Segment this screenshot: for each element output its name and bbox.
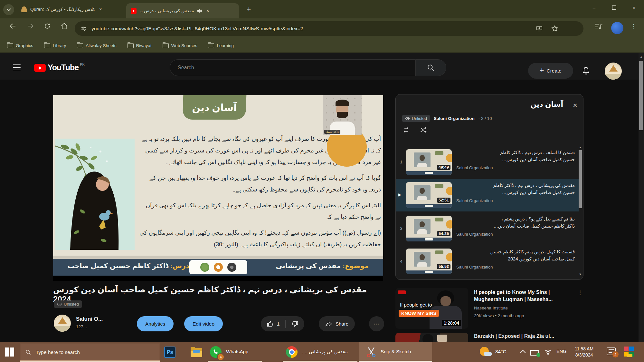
browser-menu-icon[interactable]: ⋮	[630, 23, 637, 30]
playlist-close-icon[interactable]: ×	[573, 102, 577, 109]
playlist-title[interactable]: آسان دین	[530, 100, 563, 109]
youtube-play-icon	[34, 64, 46, 72]
lecture-slide: آسان دین ڈاکٹر کمیل	[53, 95, 383, 276]
scrollbar-thumb[interactable]	[639, 61, 643, 130]
bookmark-star-icon[interactable]	[551, 25, 558, 32]
presenter-webcam: ڈاکٹر کمیل	[323, 95, 362, 135]
playlist-scrollbar[interactable]: ▲ ▼	[578, 145, 582, 276]
site-settings-icon[interactable]	[80, 25, 87, 32]
minimize-button[interactable]: –	[584, 5, 604, 10]
tab-close-icon[interactable]: ×	[99, 7, 102, 12]
home-icon[interactable]	[61, 23, 68, 30]
install-app-icon[interactable]	[536, 25, 543, 32]
maximize-button[interactable]	[604, 5, 624, 10]
forward-icon[interactable]	[26, 23, 34, 30]
thumbnail-logo	[398, 290, 406, 294]
page-scrollbar[interactable]: ▲	[639, 53, 644, 342]
browser-tab-quran[interactable]: Quran: کلاس ریکارڈنگ - کورس ک ×	[17, 0, 124, 18]
channel-name[interactable]: Saluni O...	[76, 316, 103, 322]
colorful-app-tag	[627, 354, 632, 357]
playlist-item-active[interactable]: ▶ 52:51 مقدس کی پریشانی ، درس نہم ، ڈاکٹ…	[396, 179, 579, 211]
bookmarks-bar: Graphics Library Aliwalay Sheets Riwayat…	[0, 38, 644, 53]
item-title: قسمت کا کھیل، درس ہفتم ڈاکٹر کاظم حسینکم…	[456, 249, 575, 262]
bookmark-web-sources[interactable]: Web Sources	[163, 43, 197, 48]
search-button[interactable]	[415, 59, 446, 76]
close-window-button[interactable]: ×	[624, 5, 644, 10]
browser-tab-youtube[interactable]: مقدس کی پریشانی ، درس نہ ×	[126, 3, 239, 18]
playlist-item[interactable]: 4 55:53 قسمت کا کھیل، درس ہفتم ڈاکٹر کاظ…	[396, 245, 579, 278]
language-indicator[interactable]: ENG	[556, 349, 566, 354]
guide-menu-icon[interactable]	[13, 64, 21, 70]
edit-video-button[interactable]: Edit video	[184, 316, 223, 331]
org-logo-green	[200, 263, 209, 272]
scroll-up-icon[interactable]: ▲	[639, 55, 644, 58]
bookmark-library[interactable]: Library	[44, 43, 66, 48]
share-button[interactable]: Share	[319, 316, 355, 331]
bookmark-riwayat[interactable]: Riwayat	[128, 43, 152, 48]
scroll-down-icon[interactable]: ▼	[578, 273, 582, 276]
taskbar-clock[interactable]: 11:58 AM 8/3/2024	[569, 346, 599, 358]
duration-badge: 49:49	[437, 165, 450, 170]
like-button[interactable]: 1	[261, 320, 285, 328]
bookmark-graphics[interactable]: Graphics	[7, 43, 33, 48]
scrollbar-thumb[interactable]	[579, 150, 582, 208]
playlist-item[interactable]: 3 54:25 بیٹا تم کیسے بدل گئے ہو؟ ، درس ہ…	[396, 212, 579, 245]
video-title: مقدس کی پریشانی ، درس نہم ، ڈاکٹر کاظم ح…	[53, 285, 383, 304]
whatsapp-label[interactable]: WhatsApp	[226, 349, 248, 354]
playlist-meta: Unlisted Saluni Organization - 2 / 10	[402, 115, 492, 122]
url-text[interactable]: youtube.com/watch?v=g0EupCw3Jzs&list=PL-…	[91, 26, 536, 32]
media-controls-icon[interactable]	[594, 23, 603, 30]
playlist-position: - 2 / 10	[478, 116, 492, 121]
tab-title: Quran: کلاس ریکارڈنگ - کورس ک	[30, 7, 95, 12]
audio-playing-icon[interactable]	[197, 9, 202, 13]
snip-sketch-button[interactable]: Snip & Sketch	[359, 342, 432, 362]
link-icon	[405, 117, 410, 120]
playlist-owner[interactable]: Saluni Organization	[434, 116, 475, 121]
back-icon[interactable]	[9, 23, 17, 30]
tab-search-button[interactable]	[3, 4, 14, 15]
taskbar-search-input[interactable]: Type here to search	[20, 344, 160, 361]
url-bar[interactable]: youtube.com/watch?v=g0EupCw3Jzs&list=PL-…	[75, 21, 583, 36]
item-index: 1	[398, 160, 405, 164]
photoshop-icon[interactable]: Ps	[164, 347, 175, 358]
chrome-icon[interactable]	[286, 346, 298, 358]
cloud-icon	[484, 352, 492, 356]
video-player[interactable]: آسان دین ڈاکٹر کمیل	[53, 95, 383, 281]
suggested-video-title-partial[interactable]: Barzakh | Exposed | Raja Zia ul...	[474, 333, 571, 339]
chrome-window-label[interactable]: مقدس کی پریشانی ....	[302, 349, 348, 355]
shuffle-icon[interactable]	[420, 127, 427, 133]
suggested-video-thumbnail[interactable]: If people get to KNOW MY SINS 1:28:04	[395, 288, 468, 329]
tray-expand-icon[interactable]	[520, 349, 526, 354]
bookmark-learning[interactable]: Learning	[208, 43, 234, 48]
youtube-logo[interactable]: YouTube PK	[34, 63, 85, 72]
start-button[interactable]	[5, 347, 14, 357]
tab-close-icon[interactable]: ×	[206, 8, 209, 14]
notifications-bell-icon[interactable]	[582, 66, 591, 76]
dislike-button[interactable]	[286, 320, 304, 328]
temperature[interactable]: 34°C	[495, 349, 507, 355]
file-explorer-icon[interactable]	[191, 348, 202, 357]
video-thumbnail: 54:25	[406, 216, 452, 241]
teacher-caption: مدرس: ڈاکٹر کاظم حسین کمیل صاحب	[68, 262, 194, 270]
playlist-item[interactable]: 1 49:49 دشمن کا اسلحہ ، درس دہم ، ڈاکٹر …	[396, 146, 579, 179]
search-input[interactable]: Search	[170, 59, 415, 76]
bookmark-aliwalay-sheets[interactable]: Aliwalay Sheets	[77, 43, 116, 48]
analytics-button[interactable]: Analytics	[137, 316, 174, 331]
suggested-video-menu-icon[interactable]: ⋮	[577, 289, 583, 296]
suggested-video-title[interactable]: If people get to Know My Sins | Mugheera…	[474, 289, 573, 303]
new-tab-button[interactable]: +	[244, 5, 254, 14]
create-button[interactable]: + Create	[528, 63, 573, 79]
suggested-video-thumbnail-partial[interactable]	[395, 333, 468, 342]
scroll-up-icon[interactable]: ▲	[578, 146, 582, 149]
maximize-icon	[612, 5, 616, 10]
display-tray-icon[interactable]	[530, 350, 539, 356]
reload-icon[interactable]	[44, 23, 51, 30]
suggested-video-channel[interactable]: Naseeha Institute	[474, 306, 508, 310]
browser-profile-avatar[interactable]	[611, 22, 623, 34]
folder-icon	[44, 43, 50, 48]
loop-icon[interactable]	[402, 127, 410, 133]
account-avatar[interactable]	[605, 63, 622, 80]
wifi-icon[interactable]	[544, 349, 552, 355]
channel-avatar[interactable]	[54, 315, 71, 332]
more-actions-button[interactable]: ⋯	[369, 316, 384, 331]
